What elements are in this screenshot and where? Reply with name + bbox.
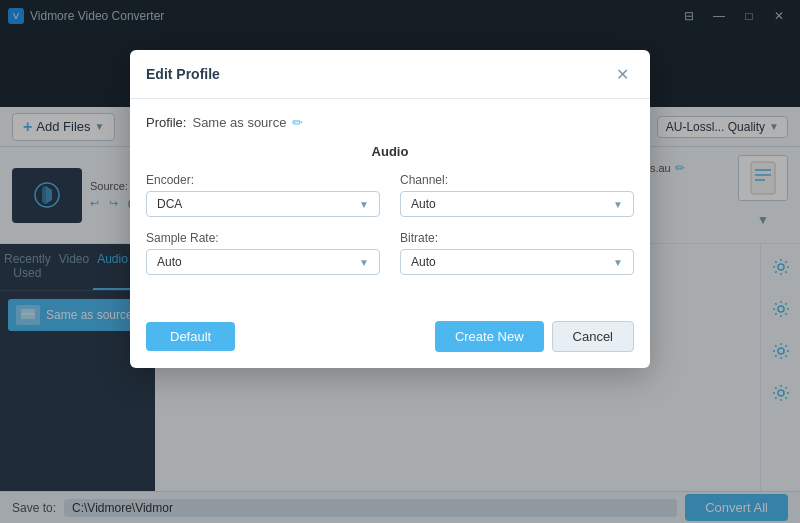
channel-select[interactable]: Auto ▼ <box>400 191 634 217</box>
channel-value: Auto <box>411 197 436 211</box>
cancel-button[interactable]: Cancel <box>552 321 634 352</box>
sample-rate-select[interactable]: Auto ▼ <box>146 249 380 275</box>
encoder-arrow-icon: ▼ <box>359 199 369 210</box>
profile-value: Same as source <box>192 115 286 130</box>
modal-title: Edit Profile <box>146 66 220 82</box>
bitrate-label: Bitrate: <box>400 231 634 245</box>
profile-label: Profile: <box>146 115 186 130</box>
encoder-select[interactable]: DCA ▼ <box>146 191 380 217</box>
sample-rate-arrow-icon: ▼ <box>359 257 369 268</box>
bitrate-group: Bitrate: Auto ▼ <box>400 231 634 275</box>
modal-body: Profile: Same as source ✏ Audio Encoder:… <box>130 99 650 311</box>
audio-section-header: Audio <box>146 144 634 159</box>
modal-footer: Default Create New Cancel <box>130 311 650 368</box>
encoder-label: Encoder: <box>146 173 380 187</box>
bitrate-arrow-icon: ▼ <box>613 257 623 268</box>
default-button[interactable]: Default <box>146 322 235 351</box>
create-new-button[interactable]: Create New <box>435 321 544 352</box>
modal-header: Edit Profile ✕ <box>130 50 650 99</box>
encoder-group: Encoder: DCA ▼ <box>146 173 380 217</box>
sample-rate-value: Auto <box>157 255 182 269</box>
channel-label: Channel: <box>400 173 634 187</box>
bitrate-select[interactable]: Auto ▼ <box>400 249 634 275</box>
encoder-value: DCA <box>157 197 182 211</box>
channel-group: Channel: Auto ▼ <box>400 173 634 217</box>
profile-row: Profile: Same as source ✏ <box>146 115 634 130</box>
profile-edit-icon[interactable]: ✏ <box>292 115 303 130</box>
bitrate-value: Auto <box>411 255 436 269</box>
form-grid: Encoder: DCA ▼ Channel: Auto ▼ Sample Ra… <box>146 173 634 275</box>
sample-rate-group: Sample Rate: Auto ▼ <box>146 231 380 275</box>
modal-overlay: Edit Profile ✕ Profile: Same as source ✏… <box>0 0 800 523</box>
channel-arrow-icon: ▼ <box>613 199 623 210</box>
modal-close-button[interactable]: ✕ <box>610 62 634 86</box>
footer-right-buttons: Create New Cancel <box>435 321 634 352</box>
edit-profile-modal: Edit Profile ✕ Profile: Same as source ✏… <box>130 50 650 368</box>
sample-rate-label: Sample Rate: <box>146 231 380 245</box>
